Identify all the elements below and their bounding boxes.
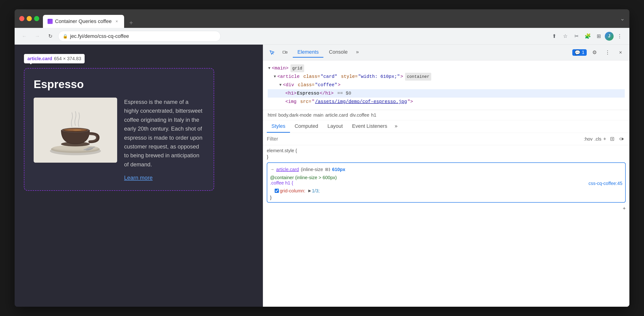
device-icon bbox=[282, 50, 288, 55]
title-bar: Container Queries coffee × + ⌄ bbox=[14, 9, 630, 28]
breadcrumb-bar: html body.dark-mode main article.card di… bbox=[263, 110, 630, 120]
styles-tab[interactable]: Styles bbox=[267, 120, 290, 133]
dom-triangle-main[interactable]: ▼ bbox=[268, 65, 270, 72]
expand-arrow-icon[interactable]: → bbox=[270, 165, 274, 174]
dom-badge-grid: grid bbox=[290, 64, 304, 72]
styles-more-tabs[interactable]: » bbox=[392, 120, 400, 133]
dom-tag-h1-open: <h1> bbox=[285, 89, 296, 98]
svg-rect-16 bbox=[286, 52, 287, 53]
coffee-h1-close-brace: } bbox=[270, 195, 622, 200]
new-style-rule-button[interactable] bbox=[608, 135, 616, 143]
dom-tag-article: <article bbox=[278, 73, 300, 81]
dom-badge-container: container bbox=[405, 73, 431, 81]
refresh-button[interactable]: ↻ bbox=[45, 31, 56, 41]
tabs-area: Container Queries coffee × + bbox=[43, 9, 616, 28]
dom-line-h1[interactable]: <h1> Espresso </h1> == $0 bbox=[268, 89, 625, 98]
elements-tab[interactable]: Elements bbox=[293, 47, 324, 58]
maximize-window-button[interactable] bbox=[34, 16, 39, 21]
card-description: Espresso is the name of a highly concent… bbox=[124, 98, 204, 169]
rule-coffee-h1-header: .coffee h1 { css-cq-coffee:45 bbox=[270, 180, 622, 187]
toggle-classes-button[interactable] bbox=[617, 135, 626, 143]
coffee-image bbox=[34, 98, 117, 163]
browser-tab[interactable]: Container Queries coffee × bbox=[43, 15, 124, 28]
element-style-close: } bbox=[267, 154, 626, 160]
share-button[interactable]: ⬆ bbox=[549, 31, 559, 41]
devtools-close-button[interactable]: × bbox=[616, 47, 626, 58]
computed-tab[interactable]: Computed bbox=[290, 120, 323, 133]
card-title: Espresso bbox=[34, 78, 204, 91]
css-source-link[interactable]: css-cq-coffee:45 bbox=[588, 181, 622, 186]
dom-tag-main: <main> bbox=[272, 64, 288, 73]
lock-icon: 🔒 bbox=[63, 34, 68, 39]
breadcrumb-h1[interactable]: h1 bbox=[371, 112, 376, 118]
styles-filter-input[interactable] bbox=[267, 136, 582, 142]
container-query-value: 610px bbox=[332, 165, 346, 174]
svg-rect-15 bbox=[283, 51, 286, 53]
grid-button[interactable]: ⊞ bbox=[594, 31, 604, 41]
dom-equals: == $0 bbox=[337, 89, 351, 98]
devtools-menu-button[interactable]: ⋮ bbox=[602, 47, 613, 58]
svg-point-21 bbox=[622, 138, 623, 140]
back-button[interactable]: ← bbox=[19, 31, 30, 41]
card-inner: Espresso is the name of a highly concent… bbox=[34, 98, 204, 181]
breadcrumb-body[interactable]: body.dark-mode bbox=[278, 112, 312, 118]
dom-tag-div-close: > bbox=[338, 81, 340, 89]
forward-button[interactable]: → bbox=[32, 31, 42, 41]
breadcrumb-main[interactable]: main bbox=[314, 112, 324, 118]
event-listeners-tab[interactable]: Event Listeners bbox=[348, 120, 392, 133]
styles-tabs: Styles Computed Layout Event Listeners » bbox=[263, 120, 630, 133]
dom-triangle-article[interactable]: ▼ bbox=[274, 73, 276, 80]
filter-icon-buttons bbox=[608, 135, 626, 143]
container-query-selector[interactable]: article.card bbox=[276, 165, 299, 174]
messages-badge[interactable]: 💬 1 bbox=[572, 49, 587, 56]
dom-tag-img-quote1: " bbox=[312, 98, 314, 106]
property-checkbox[interactable] bbox=[275, 189, 279, 193]
new-tab-button[interactable]: + bbox=[126, 18, 136, 28]
tab-close-button[interactable]: × bbox=[114, 19, 120, 24]
expand-value-icon[interactable]: ▶ bbox=[308, 188, 311, 194]
more-tabs-button[interactable]: » bbox=[353, 47, 362, 58]
avatar[interactable]: J bbox=[605, 32, 614, 41]
page-content: article.card 654 × 374.83 Espresso bbox=[14, 45, 263, 307]
devtools-expand-icon[interactable]: ⌄ bbox=[620, 15, 625, 22]
dom-line-main[interactable]: ▼ <main> grid bbox=[268, 64, 625, 73]
breadcrumb-div[interactable]: div.coffee bbox=[350, 112, 369, 118]
device-toolbar-button[interactable] bbox=[280, 47, 290, 58]
dom-line-img[interactable]: <img src= " /assets/img/demo/cof-espress… bbox=[268, 98, 625, 106]
dom-attr-class-value: "card" bbox=[320, 73, 337, 81]
close-window-button[interactable] bbox=[19, 16, 24, 21]
add-property-button[interactable]: + bbox=[623, 205, 626, 211]
dom-img-src-link[interactable]: /assets/img/demo/cof-espresso.jpg bbox=[315, 98, 407, 106]
dom-line-div[interactable]: ▼ <div class= "coffee" > bbox=[268, 81, 625, 89]
learn-more-link[interactable]: Learn more bbox=[124, 175, 153, 181]
dom-attr-style: style= bbox=[341, 73, 358, 81]
dom-tag-img: <img bbox=[285, 98, 296, 106]
dom-triangle-div[interactable]: ▼ bbox=[279, 82, 282, 89]
add-style-rule-button[interactable]: + bbox=[603, 136, 606, 142]
breadcrumb-article[interactable]: article.card bbox=[325, 112, 348, 118]
breadcrumb-html[interactable]: html bbox=[268, 112, 276, 118]
cut-button[interactable]: ✂ bbox=[572, 31, 582, 41]
dom-tag-h1-close: </h1> bbox=[320, 89, 334, 98]
element-tooltip: article.card 654 × 374.83 bbox=[24, 54, 85, 63]
tab-favicon bbox=[48, 19, 53, 24]
cls-pseudo-button[interactable]: .cls bbox=[594, 136, 601, 142]
dom-text-espresso: Espresso bbox=[297, 89, 319, 98]
devtools-settings-button[interactable]: ⚙ bbox=[590, 47, 600, 58]
svg-point-13 bbox=[73, 130, 82, 131]
devtools-toolbar: Elements Console » 💬 1 ⚙ ⋮ × bbox=[263, 45, 630, 60]
console-tab[interactable]: Console bbox=[324, 47, 352, 58]
hov-pseudo-button[interactable]: :hov bbox=[584, 136, 592, 142]
extension-button[interactable]: 🧩 bbox=[582, 31, 593, 41]
more-button[interactable]: ⋮ bbox=[614, 31, 625, 41]
dom-tree: ▼ <main> grid ▼ <article class= "card" s… bbox=[263, 60, 630, 110]
minimize-window-button[interactable] bbox=[27, 16, 32, 21]
prop-value-grid-column: 1/3; bbox=[312, 187, 320, 195]
layout-tab[interactable]: Layout bbox=[323, 120, 347, 133]
inspect-element-button[interactable] bbox=[267, 47, 277, 58]
dom-line-article[interactable]: ▼ <article class= "card" style= "width: … bbox=[268, 73, 625, 81]
cursor-icon bbox=[269, 50, 275, 55]
bookmark-button[interactable]: ☆ bbox=[560, 31, 570, 41]
address-bar[interactable]: 🔒 jec.fyi/demo/css-cq-coffee bbox=[58, 31, 220, 42]
coffee-h1-selector: .coffee h1 { bbox=[270, 180, 293, 186]
